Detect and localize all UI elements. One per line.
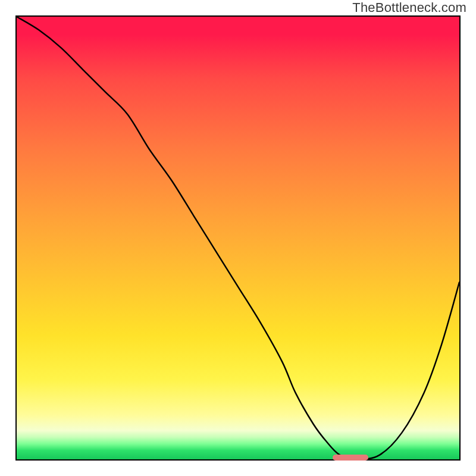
optimal-range-marker <box>333 455 368 461</box>
plot-area <box>15 15 461 461</box>
chart-frame: TheBottleneck.com <box>0 0 476 476</box>
bottleneck-curve <box>17 17 459 459</box>
watermark-label: TheBottleneck.com <box>352 0 466 15</box>
